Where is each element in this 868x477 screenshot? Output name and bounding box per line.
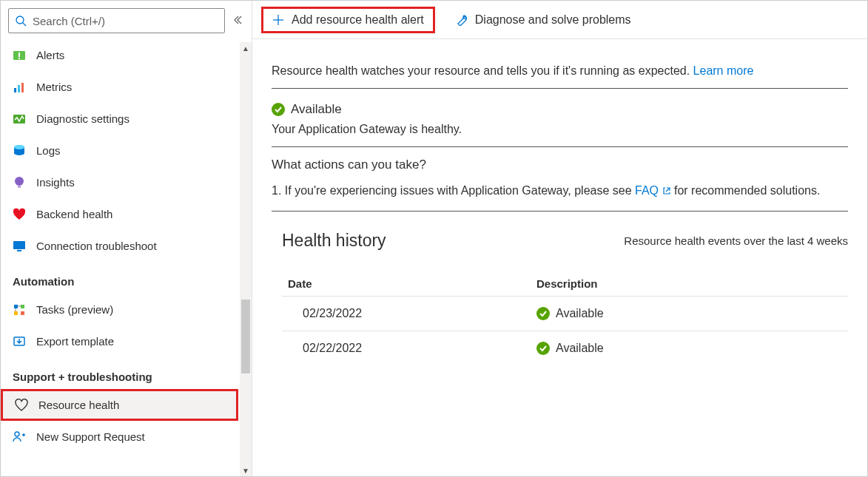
metrics-icon [13, 81, 26, 94]
history-table: Date Description 02/23/2022 Available 02… [282, 271, 848, 365]
svg-rect-15 [14, 305, 18, 308]
sidebar-item-label: Resource health [38, 399, 119, 411]
row-date: 02/23/2022 [285, 307, 536, 320]
scroll-thumb[interactable] [241, 300, 250, 373]
sidebar-item-label: Logs [36, 144, 61, 157]
svg-point-22 [15, 432, 19, 436]
actions-heading: What actions can you take? [272, 158, 848, 172]
success-check-icon [536, 342, 550, 355]
sidebar-item-label: Connection troubleshoot [36, 240, 157, 252]
svg-line-1 [23, 23, 26, 26]
sidebar-item-label: Tasks (preview) [36, 303, 113, 316]
history-subtitle: Resource health events over the last 4 w… [624, 234, 848, 247]
success-check-icon [272, 103, 285, 116]
faq-link[interactable]: FAQ [635, 184, 670, 197]
sidebar-item-connection-troubleshoot[interactable]: Connection troubleshoot [1, 230, 252, 262]
row-description: Available [556, 342, 604, 355]
sidebar-item-new-support-request[interactable]: New Support Request [1, 421, 252, 453]
action-item: 1. If you're experiencing issues with Ap… [272, 184, 848, 197]
svg-rect-6 [18, 85, 20, 92]
support-icon [13, 430, 26, 444]
availability-detail: Your Application Gateway is healthy. [272, 123, 848, 136]
learn-more-link[interactable]: Learn more [693, 64, 754, 77]
table-row[interactable]: 02/23/2022 Available [282, 296, 848, 331]
row-date: 02/22/2022 [285, 342, 536, 355]
insights-icon [13, 176, 26, 189]
sidebar-item-logs[interactable]: Logs [1, 135, 252, 166]
search-icon [15, 15, 27, 27]
search-input[interactable]: Search (Ctrl+/) [8, 8, 225, 33]
intro-text: Resource health watches your resource an… [272, 51, 848, 89]
svg-rect-13 [13, 241, 25, 249]
section-header-automation: Automation [1, 262, 252, 294]
logs-icon [13, 144, 26, 158]
search-placeholder: Search (Ctrl+/) [33, 15, 105, 27]
export-icon [13, 335, 26, 348]
sidebar-item-alerts[interactable]: Alerts [1, 39, 252, 71]
sidebar-item-label: Diagnostic settings [36, 112, 129, 125]
svg-rect-18 [21, 311, 24, 315]
scroll-up-arrow[interactable]: ▲ [240, 42, 252, 54]
sidebar-item-tasks[interactable]: Tasks (preview) [1, 294, 252, 325]
section-header-support: Support + troubleshooting [1, 357, 252, 389]
history-table-header: Date Description [282, 271, 848, 296]
plus-icon [272, 14, 284, 26]
sidebar-item-label: Backend health [36, 208, 112, 220]
external-link-icon [662, 186, 671, 195]
sidebar-item-label: Export template [36, 335, 114, 348]
table-row[interactable]: 02/22/2022 Available [282, 331, 848, 365]
collapse-sidebar-button[interactable] [231, 15, 244, 27]
heart-outline-icon [15, 399, 28, 412]
sidebar-item-label: New Support Request [36, 430, 145, 443]
col-header-description: Description [536, 277, 845, 290]
toolbar: Add resource health alert Diagnose and s… [252, 1, 867, 39]
svg-rect-12 [18, 186, 21, 188]
svg-rect-14 [17, 250, 21, 251]
scroll-down-arrow[interactable]: ▼ [240, 464, 252, 476]
svg-rect-3 [18, 53, 20, 57]
sidebar-item-metrics[interactable]: Metrics [1, 71, 252, 103]
intro-copy: Resource health watches your resource an… [272, 64, 693, 77]
action-prefix: 1. If you're experiencing issues with Ap… [272, 184, 635, 197]
faq-link-text: FAQ [635, 184, 659, 197]
action-suffix: for recommended solutions. [671, 184, 821, 197]
sidebar-item-label: Alerts [36, 49, 64, 61]
actions-section: What actions can you take? 1. If you're … [272, 147, 848, 212]
svg-point-25 [463, 16, 465, 18]
svg-point-11 [15, 177, 24, 186]
monitor-icon [13, 240, 26, 253]
sidebar: Search (Ctrl+/) Alerts Metrics Diagnosti… [1, 1, 252, 476]
svg-point-0 [16, 16, 24, 24]
sidebar-item-backend-health[interactable]: Backend health [1, 198, 252, 230]
svg-rect-7 [21, 83, 24, 92]
content: Resource health watches your resource an… [252, 39, 867, 476]
sidebar-item-label: Insights [36, 176, 75, 189]
tasks-icon [13, 303, 26, 317]
sidebar-item-diagnostic-settings[interactable]: Diagnostic settings [1, 103, 252, 135]
alerts-icon [13, 49, 26, 62]
svg-point-10 [14, 145, 24, 149]
sidebar-scrollbar[interactable]: ▲ ▼ [240, 42, 252, 476]
col-header-date: Date [285, 277, 536, 290]
sidebar-item-export-template[interactable]: Export template [1, 325, 252, 357]
svg-rect-4 [18, 58, 20, 59]
history-title: Health history [282, 231, 386, 251]
svg-rect-16 [21, 305, 24, 308]
svg-rect-17 [14, 311, 18, 315]
row-description: Available [556, 307, 604, 320]
toolbar-btn-label: Add resource health alert [292, 13, 424, 27]
sidebar-item-resource-health[interactable]: Resource health [1, 389, 238, 421]
add-resource-health-alert-button[interactable]: Add resource health alert [261, 7, 435, 33]
availability-section: Available Your Application Gateway is he… [272, 89, 848, 147]
svg-rect-5 [14, 88, 16, 92]
diagnostic-icon [13, 112, 26, 126]
toolbar-btn-label: Diagnose and solve problems [475, 13, 631, 27]
diagnose-and-solve-button[interactable]: Diagnose and solve problems [448, 9, 639, 31]
availability-label: Available [291, 102, 342, 117]
heart-icon [13, 208, 26, 221]
sidebar-item-insights[interactable]: Insights [1, 166, 252, 198]
wrench-icon [456, 14, 468, 26]
sidebar-item-label: Metrics [36, 81, 72, 93]
main: Add resource health alert Diagnose and s… [252, 1, 867, 476]
success-check-icon [536, 307, 550, 320]
